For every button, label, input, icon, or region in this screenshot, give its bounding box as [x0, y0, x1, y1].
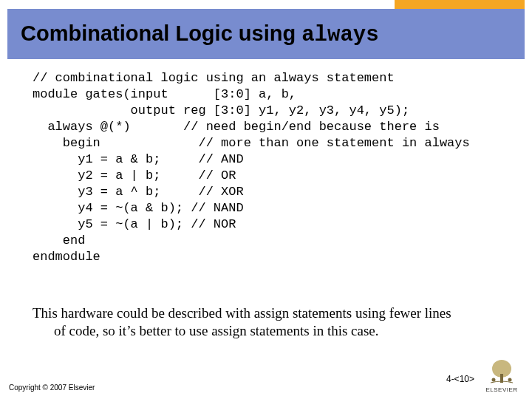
code-block: // combinational logic using an always s…	[33, 70, 517, 265]
tree-icon	[487, 358, 516, 386]
footer: Copyright © 2007 Elsevier	[9, 383, 523, 392]
copyright: Copyright © 2007 Elsevier	[9, 383, 95, 392]
accent-bar	[395, 0, 525, 9]
publisher-name: ELSEVIER	[480, 386, 523, 393]
note-text: This hardware could be described with as…	[33, 304, 466, 340]
title-plain: Combinational Logic using	[21, 21, 301, 45]
svg-point-2	[492, 378, 496, 382]
svg-point-3	[508, 378, 512, 382]
publisher-logo: ELSEVIER	[480, 358, 523, 393]
slide: Combinational Logic using always // comb…	[0, 0, 532, 399]
title-keyword: always	[301, 23, 378, 47]
slide-title: Combinational Logic using always	[21, 21, 379, 47]
title-band: Combinational Logic using always	[7, 9, 525, 59]
page-number: 4-<10>	[446, 374, 474, 384]
